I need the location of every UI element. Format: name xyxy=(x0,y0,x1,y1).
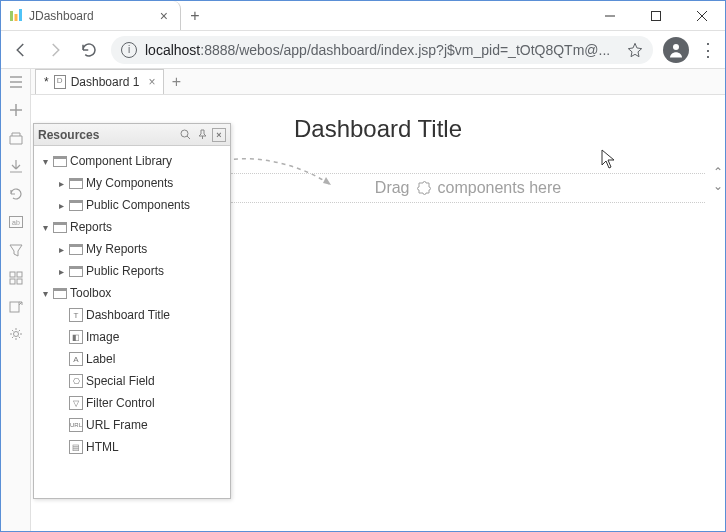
panel-title: Resources xyxy=(38,128,99,142)
tree-label: Label xyxy=(86,352,115,366)
svg-point-15 xyxy=(13,332,18,337)
panel-close-icon[interactable]: × xyxy=(212,128,226,142)
resources-panel: Resources × ▾Component Library ▸My Compo… xyxy=(33,123,231,499)
tree-label: Dashboard Title xyxy=(86,308,170,322)
svg-rect-13 xyxy=(17,279,22,284)
window-controls xyxy=(587,1,725,30)
svg-point-16 xyxy=(181,130,188,137)
rail-filter-icon[interactable] xyxy=(7,241,25,259)
svg-rect-10 xyxy=(10,272,15,277)
resource-tree: ▾Component Library ▸My Components ▸Publi… xyxy=(34,146,230,498)
document-icon xyxy=(54,75,66,89)
folder-icon xyxy=(69,266,83,277)
tree-node-my-reports[interactable]: ▸My Reports xyxy=(34,238,230,260)
tree-label: Component Library xyxy=(70,154,172,168)
rail-list-icon[interactable] xyxy=(7,73,25,91)
expand-icon[interactable]: ▸ xyxy=(56,244,66,254)
svg-rect-14 xyxy=(10,302,19,312)
filter-icon: ▽ xyxy=(69,396,83,410)
forward-button[interactable] xyxy=(43,38,67,62)
dashboard-canvas[interactable]: Dashboard Title Drag components here ⌃⌄ … xyxy=(31,95,725,531)
add-document-button[interactable]: + xyxy=(164,69,188,94)
collapse-icon[interactable]: ▾ xyxy=(40,222,50,232)
image-icon: ◧ xyxy=(69,330,83,344)
collapse-icon[interactable]: ▾ xyxy=(40,156,50,166)
window-titlebar: JDashboard × + xyxy=(1,1,725,31)
html-icon: ▤ xyxy=(69,440,83,454)
folder-icon xyxy=(69,200,83,211)
reload-button[interactable] xyxy=(77,38,101,62)
tree-label: My Components xyxy=(86,176,173,190)
maximize-button[interactable] xyxy=(633,1,679,30)
folder-icon xyxy=(53,156,67,167)
tree-node-reports[interactable]: ▾Reports xyxy=(34,216,230,238)
toolbox-label[interactable]: ▸ALabel xyxy=(34,348,230,370)
close-document-icon[interactable]: × xyxy=(148,75,155,89)
close-tab-icon[interactable]: × xyxy=(160,8,168,24)
url-text: localhost:8888/webos/app/dashboard/index… xyxy=(145,42,619,58)
folder-icon xyxy=(53,222,67,233)
document-tab[interactable]: * Dashboard 1 × xyxy=(35,69,164,94)
rail-grid-icon[interactable] xyxy=(7,269,25,287)
toolbox-filter-control[interactable]: ▸▽Filter Control xyxy=(34,392,230,414)
address-bar[interactable]: i localhost:8888/webos/app/dashboard/ind… xyxy=(111,36,653,64)
browser-tab[interactable]: JDashboard × xyxy=(1,1,181,30)
new-tab-button[interactable]: + xyxy=(181,1,209,30)
rail-export-icon[interactable] xyxy=(7,297,25,315)
title-icon: T xyxy=(69,308,83,322)
rail-refresh-icon[interactable] xyxy=(7,185,25,203)
expand-icon[interactable]: ▸ xyxy=(56,178,66,188)
svg-rect-0 xyxy=(10,11,13,21)
drop-hint-pre: Drag xyxy=(375,179,410,197)
tree-node-my-components[interactable]: ▸My Components xyxy=(34,172,230,194)
tree-node-public-reports[interactable]: ▸Public Reports xyxy=(34,260,230,282)
drop-zone[interactable]: Drag components here xyxy=(231,173,705,203)
expand-icon[interactable]: ▸ xyxy=(56,266,66,276)
tree-label: Public Components xyxy=(86,198,190,212)
toolbox-dashboard-title[interactable]: ▸TDashboard Title xyxy=(34,304,230,326)
panel-header[interactable]: Resources × xyxy=(34,124,230,146)
bookmark-star-icon[interactable] xyxy=(627,42,643,58)
back-button[interactable] xyxy=(9,38,33,62)
tree-label: My Reports xyxy=(86,242,147,256)
expand-collapse-icon[interactable]: ⌃⌄ xyxy=(713,165,723,193)
site-info-icon[interactable]: i xyxy=(121,42,137,58)
svg-text:ab: ab xyxy=(12,219,20,226)
dirty-indicator: * xyxy=(44,75,49,89)
minimize-button[interactable] xyxy=(587,1,633,30)
app-favicon xyxy=(9,9,23,23)
toolbox-image[interactable]: ▸◧Image xyxy=(34,326,230,348)
tree-node-toolbox[interactable]: ▾Toolbox xyxy=(34,282,230,304)
svg-rect-2 xyxy=(19,9,22,21)
document-tabs: * Dashboard 1 × + xyxy=(31,69,725,95)
tree-label: Toolbox xyxy=(70,286,111,300)
rail-open-icon[interactable] xyxy=(7,129,25,147)
toolbox-html[interactable]: ▸▤HTML xyxy=(34,436,230,458)
tree-node-component-library[interactable]: ▾Component Library xyxy=(34,150,230,172)
puzzle-icon xyxy=(416,180,432,196)
rail-settings-icon[interactable] xyxy=(7,325,25,343)
close-window-button[interactable] xyxy=(679,1,725,30)
toolbox-url-frame[interactable]: ▸URLURL Frame xyxy=(34,414,230,436)
special-field-icon: ⎔ xyxy=(69,374,83,388)
rail-save-icon[interactable] xyxy=(7,157,25,175)
browser-menu-button[interactable]: ⋮ xyxy=(699,39,717,61)
tree-label: Special Field xyxy=(86,374,155,388)
folder-icon xyxy=(69,244,83,255)
svg-point-7 xyxy=(673,44,679,50)
folder-icon xyxy=(53,288,67,299)
url-frame-icon: URL xyxy=(69,418,83,432)
tree-node-public-components[interactable]: ▸Public Components xyxy=(34,194,230,216)
svg-rect-12 xyxy=(10,279,15,284)
panel-search-icon[interactable] xyxy=(178,128,192,142)
document-tab-label: Dashboard 1 xyxy=(71,75,140,89)
panel-pin-icon[interactable] xyxy=(195,128,209,142)
svg-rect-11 xyxy=(17,272,22,277)
toolbox-special-field[interactable]: ▸⎔Special Field xyxy=(34,370,230,392)
collapse-icon[interactable]: ▾ xyxy=(40,288,50,298)
rail-text-icon[interactable]: ab xyxy=(7,213,25,231)
dashboard-title-text: Dashboard Title xyxy=(294,115,462,143)
rail-add-icon[interactable] xyxy=(7,101,25,119)
expand-icon[interactable]: ▸ xyxy=(56,200,66,210)
profile-avatar[interactable] xyxy=(663,37,689,63)
